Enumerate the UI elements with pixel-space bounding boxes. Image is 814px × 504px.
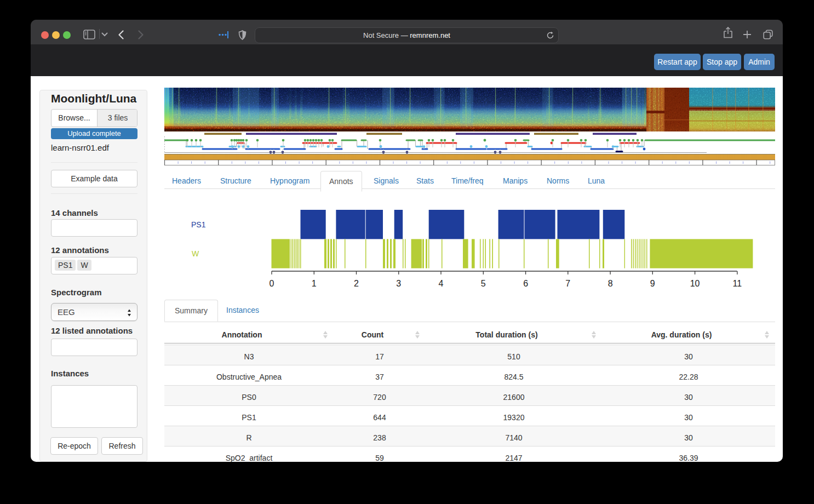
- svg-text:2: 2: [354, 279, 359, 288]
- svg-text:0: 0: [270, 279, 274, 288]
- svg-text:6: 6: [523, 279, 528, 288]
- svg-text:11: 11: [733, 279, 742, 288]
- svg-text:9: 9: [650, 279, 655, 288]
- svg-text:PS1: PS1: [191, 220, 206, 229]
- svg-text:8: 8: [608, 279, 613, 288]
- svg-text:4: 4: [439, 279, 444, 288]
- svg-text:5: 5: [481, 279, 486, 288]
- svg-text:1: 1: [312, 279, 317, 288]
- svg-text:7: 7: [565, 279, 570, 288]
- svg-text:3: 3: [396, 279, 401, 288]
- svg-text:10: 10: [690, 279, 700, 288]
- svg-text:W: W: [192, 249, 199, 258]
